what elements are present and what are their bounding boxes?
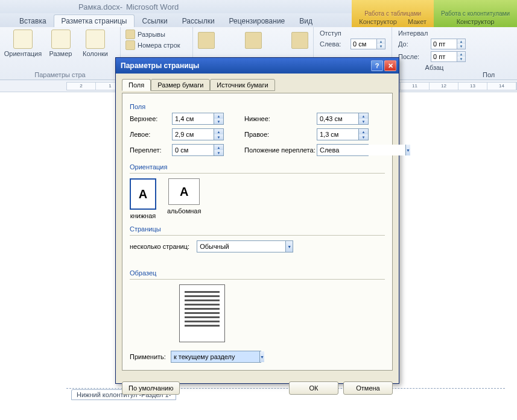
up-arrow-icon[interactable]: ▲ bbox=[457, 39, 465, 44]
dialog-panel: Поля Верхнее: ▲▼ Нижнее: ▲▼ Левое: ▲▼ Пр… bbox=[122, 93, 393, 371]
gutter-pos-combo[interactable]: ▼ bbox=[317, 144, 369, 156]
dialog-help-button[interactable]: ? bbox=[371, 60, 383, 71]
context-tab-tables: Работа с таблицами Конструктор Макет bbox=[352, 0, 434, 27]
tab-page-layout[interactable]: Разметка страницы bbox=[54, 14, 135, 27]
ok-button[interactable]: ОК bbox=[289, 381, 338, 395]
up-arrow-icon[interactable]: ▲ bbox=[359, 113, 368, 119]
doc-title: Рамка.docx bbox=[78, 2, 120, 11]
left-margin-spinner[interactable]: ▲▼ bbox=[172, 128, 224, 140]
page-borders-icon[interactable] bbox=[291, 32, 308, 49]
orientation-button[interactable]: Ориентация bbox=[5, 30, 41, 57]
bottom-margin-spinner[interactable]: ▲▼ bbox=[317, 113, 369, 125]
multiple-pages-combo[interactable]: ▼ bbox=[197, 240, 293, 252]
columns-button[interactable]: Колонки bbox=[80, 30, 110, 57]
dialog-title: Параметры страницы bbox=[121, 61, 199, 70]
gutter-pos-input[interactable] bbox=[317, 145, 405, 155]
down-arrow-icon[interactable]: ▼ bbox=[214, 119, 223, 124]
orientation-icon bbox=[13, 30, 33, 49]
tab-review[interactable]: Рецензирование bbox=[222, 15, 293, 27]
before-label: До: bbox=[398, 40, 428, 48]
up-arrow-icon[interactable]: ▲ bbox=[214, 145, 223, 150]
breaks-label: Разрывы bbox=[138, 31, 165, 38]
right-margin-input[interactable] bbox=[317, 129, 358, 140]
default-button[interactable]: По умолчанию bbox=[122, 381, 180, 395]
line-numbers-label: Номера строк bbox=[138, 42, 180, 49]
gutter-label: Переплет: bbox=[130, 146, 172, 154]
dialog-titlebar[interactable]: Параметры страницы ? ✕ bbox=[116, 58, 399, 74]
tab-header-constructor[interactable]: Конструктор bbox=[457, 18, 495, 25]
bottom-margin-input[interactable] bbox=[317, 113, 358, 124]
preview-section-title: Образец bbox=[130, 269, 385, 277]
tab-mailings[interactable]: Рассылки bbox=[175, 15, 222, 27]
indent-left-label: Слева: bbox=[320, 40, 348, 48]
page-color-icon[interactable] bbox=[245, 32, 262, 49]
breaks-icon bbox=[125, 30, 135, 39]
dialog-tab-fields[interactable]: Поля bbox=[122, 79, 151, 91]
contextual-tabs: Работа с таблицами Конструктор Макет Раб… bbox=[352, 0, 517, 27]
dialog-tab-paper-source[interactable]: Источник бумаги bbox=[210, 79, 274, 91]
tab-layout[interactable]: Макет bbox=[408, 18, 427, 25]
paragraph-group-label: Абзац bbox=[398, 64, 471, 71]
ruler-mark: 13 bbox=[458, 83, 487, 90]
after-label: После: bbox=[398, 53, 428, 60]
dialog-tab-paper-size[interactable]: Размер бумаги bbox=[151, 79, 210, 91]
tab-view[interactable]: Вид bbox=[292, 15, 320, 27]
portrait-label: книжная bbox=[130, 212, 156, 219]
cancel-button[interactable]: Отмена bbox=[343, 381, 393, 395]
ruler-mark: 12 bbox=[430, 83, 458, 90]
tab-insert[interactable]: Вставка bbox=[12, 15, 54, 27]
ruler-mark: 11 bbox=[401, 83, 430, 90]
indent-left-spinner[interactable]: ▲▼ bbox=[350, 39, 385, 49]
apply-to-combo[interactable]: ▼ bbox=[171, 351, 261, 363]
after-input[interactable] bbox=[431, 52, 457, 61]
orientation-portrait[interactable]: A книжная bbox=[130, 178, 156, 219]
up-arrow-icon[interactable]: ▲ bbox=[214, 129, 223, 134]
line-numbers-icon bbox=[125, 40, 135, 50]
multiple-pages-label: несколько страниц: bbox=[130, 243, 189, 250]
indent-left-input[interactable] bbox=[351, 39, 376, 49]
down-arrow-icon[interactable]: ▼ bbox=[457, 57, 465, 61]
tab-constructor[interactable]: Конструктор bbox=[359, 18, 397, 25]
chevron-down-icon[interactable]: ▼ bbox=[405, 145, 410, 155]
chevron-down-icon[interactable]: ▼ bbox=[285, 241, 293, 252]
after-spinner[interactable]: ▲▼ bbox=[431, 51, 466, 62]
left-margin-input[interactable] bbox=[173, 129, 214, 140]
down-arrow-icon[interactable]: ▼ bbox=[359, 134, 368, 140]
up-arrow-icon[interactable]: ▲ bbox=[359, 129, 368, 134]
orientation-landscape[interactable]: A альбомная bbox=[167, 178, 201, 219]
right-margin-spinner[interactable]: ▲▼ bbox=[317, 128, 369, 140]
watermark-icon[interactable] bbox=[198, 32, 215, 49]
indent-header: Отступ bbox=[320, 30, 385, 37]
top-margin-spinner[interactable]: ▲▼ bbox=[172, 113, 224, 125]
columns-icon bbox=[86, 30, 105, 49]
context-tab-headers: Работа с колонтитулами Конструктор bbox=[434, 0, 517, 27]
gutter-spinner[interactable]: ▲▼ bbox=[172, 144, 224, 156]
size-button[interactable]: Размер bbox=[47, 30, 74, 57]
up-arrow-icon[interactable]: ▲ bbox=[377, 39, 385, 44]
down-arrow-icon[interactable]: ▼ bbox=[377, 44, 385, 49]
breaks-button[interactable]: Разрывы bbox=[125, 30, 188, 39]
dialog-close-button[interactable]: ✕ bbox=[384, 60, 396, 71]
line-numbers-button[interactable]: Номера строк bbox=[125, 40, 188, 50]
ruler-mark: 2 bbox=[67, 83, 96, 90]
apply-to-input[interactable] bbox=[171, 351, 259, 362]
top-margin-input[interactable] bbox=[173, 113, 214, 124]
up-arrow-icon[interactable]: ▲ bbox=[214, 113, 223, 119]
before-input[interactable] bbox=[431, 39, 457, 49]
apply-to-label: Применить: bbox=[130, 353, 166, 360]
size-label: Размер bbox=[49, 50, 72, 57]
chevron-down-icon[interactable]: ▼ bbox=[259, 351, 264, 362]
down-arrow-icon[interactable]: ▼ bbox=[214, 150, 223, 155]
gutter-input[interactable] bbox=[173, 145, 214, 155]
multiple-pages-input[interactable] bbox=[197, 241, 285, 252]
before-spinner[interactable]: ▲▼ bbox=[431, 39, 466, 49]
down-arrow-icon[interactable]: ▼ bbox=[359, 119, 368, 124]
portrait-icon: A bbox=[130, 178, 156, 210]
down-arrow-icon[interactable]: ▼ bbox=[214, 134, 223, 140]
tab-references[interactable]: Ссылки bbox=[135, 15, 174, 27]
preview-thumbnail bbox=[179, 284, 225, 342]
up-arrow-icon[interactable]: ▲ bbox=[457, 52, 465, 57]
landscape-label: альбомная bbox=[167, 207, 201, 215]
down-arrow-icon[interactable]: ▼ bbox=[457, 44, 465, 49]
app-name: Microsoft Word bbox=[126, 2, 179, 11]
